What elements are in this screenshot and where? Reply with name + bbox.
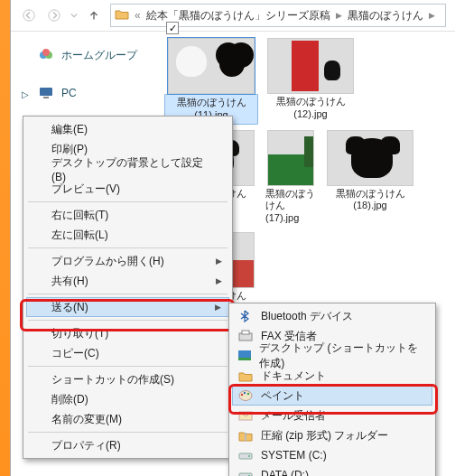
context-menu-item[interactable]: コピー(C) <box>26 343 229 363</box>
submenu-item[interactable]: SYSTEM (C:) <box>232 445 432 465</box>
menu-separator <box>28 294 228 294</box>
submenu-arrow-icon: ▶ <box>216 257 222 266</box>
nav-pc[interactable]: ▷ PC <box>18 81 170 105</box>
submenu-arrow-icon: ▶ <box>216 276 222 285</box>
up-button[interactable] <box>81 3 107 28</box>
zip-icon <box>237 427 254 443</box>
submenu-item[interactable]: デスクトップ (ショートカットを作成) <box>232 346 432 366</box>
file-name-label: 黒猫のぼうけん (17).jpg <box>264 186 318 227</box>
tree-toggle-icon[interactable] <box>22 54 31 56</box>
forward-button[interactable] <box>42 3 67 28</box>
svg-rect-5 <box>40 88 52 96</box>
pc-icon <box>38 85 54 101</box>
toolbar: « 絵本「黒猫のぼうけん」シリーズ原稿 ▶ 黒猫のぼうけん ▶ <box>11 0 455 32</box>
submenu-item[interactable]: Bluetooth デバイス <box>232 306 432 326</box>
folder-icon <box>115 8 129 23</box>
svg-rect-8 <box>242 331 249 334</box>
svg-point-14 <box>247 393 249 395</box>
address-bar[interactable]: « 絵本「黒猫のぼうけん」シリーズ原稿 ▶ 黒猫のぼうけん ▶ <box>110 4 446 27</box>
menu-separator <box>28 366 228 367</box>
context-menu-item[interactable]: 切り取り(T) <box>26 323 229 343</box>
submenu-item-label: デスクトップ (ショートカットを作成) <box>259 341 425 371</box>
submenu-item-label: ドキュメント <box>261 369 326 384</box>
context-menu-item[interactable]: 編集(E) <box>26 119 229 139</box>
chevron-down-icon <box>70 12 78 19</box>
chevron-right-icon: ▶ <box>429 11 435 20</box>
desk-icon <box>237 348 252 364</box>
recent-dropdown[interactable] <box>67 3 81 28</box>
menu-separator <box>28 201 228 202</box>
bt-icon <box>237 308 254 324</box>
menu-separator <box>28 320 228 321</box>
thumbnail-image <box>327 130 413 186</box>
context-menu-item[interactable]: 右に回転(T) <box>26 205 229 225</box>
thumbnail-image <box>267 38 354 94</box>
menu-separator <box>28 247 228 248</box>
submenu-item[interactable]: メール受信者 <box>232 406 432 425</box>
context-menu-item[interactable]: 削除(D) <box>26 389 229 409</box>
file-thumbnail[interactable]: 黒猫のぼうけん (12).jpg <box>264 38 358 125</box>
fax-icon <box>237 328 254 344</box>
context-menu-item[interactable]: 左に回転(L) <box>26 225 229 245</box>
paint-icon <box>237 387 254 404</box>
chevron-right-icon: ▶ <box>336 11 342 20</box>
context-menu-item[interactable]: 送る(N)▶ <box>26 297 229 317</box>
submenu-item-label: Bluetooth デバイス <box>261 309 353 324</box>
context-menu-item[interactable]: 共有(H)▶ <box>26 271 229 291</box>
nav-label: ホームグループ <box>61 48 137 63</box>
submenu-item-label: DATA (D:) <box>261 469 309 476</box>
breadcrumb-2[interactable]: 黒猫のぼうけん <box>348 8 423 23</box>
menu-separator <box>28 432 228 433</box>
svg-point-1 <box>49 10 60 21</box>
arrow-up-icon <box>88 9 100 22</box>
drive-icon <box>237 447 254 463</box>
file-thumbnail[interactable]: 黒猫のぼうけん (17).jpg <box>264 130 318 227</box>
homegroup-icon <box>38 47 54 63</box>
svg-rect-6 <box>43 97 49 98</box>
checkbox-icon[interactable]: ✓ <box>166 22 179 34</box>
context-menu-item[interactable]: ショートカットの作成(S) <box>26 369 229 389</box>
nav-homegroup[interactable]: ホームグループ <box>18 43 170 67</box>
submenu-item[interactable]: DATA (D:) <box>232 465 432 476</box>
doc-icon <box>237 368 254 384</box>
svg-rect-10 <box>238 358 251 360</box>
arrow-right-icon <box>48 9 60 22</box>
file-name-label: 黒猫のぼうけん (18).jpg <box>323 186 417 215</box>
context-menu-item[interactable]: プレビュー(V) <box>26 179 229 199</box>
submenu-item-label: メール受信者 <box>261 408 326 424</box>
drive-icon <box>237 467 254 476</box>
svg-point-11 <box>239 391 252 401</box>
file-thumbnail[interactable]: ✓黒猫のぼうけん (11).jpg <box>164 38 258 125</box>
tree-toggle-icon[interactable]: ▷ <box>22 88 31 99</box>
context-menu-item[interactable]: 名前の変更(M) <box>26 409 229 429</box>
submenu-item[interactable]: 圧縮 (zip 形式) フォルダー <box>232 425 432 445</box>
breadcrumb-1[interactable]: 絵本「黒猫のぼうけん」シリーズ原稿 <box>146 8 330 23</box>
context-menu: 編集(E)印刷(P)デスクトップの背景として設定(B)プレビュー(V)右に回転(… <box>23 116 233 459</box>
svg-point-4 <box>42 49 50 56</box>
svg-point-0 <box>23 10 34 21</box>
svg-point-12 <box>241 394 243 396</box>
mail-icon <box>237 407 254 424</box>
thumbnail-image <box>168 38 255 94</box>
svg-point-13 <box>244 392 246 394</box>
thumbnail-image <box>267 130 314 186</box>
file-name-label: 黒猫のぼうけん (12).jpg <box>264 94 358 123</box>
arrow-left-icon <box>23 9 35 22</box>
context-menu-item[interactable]: プログラムから開く(H)▶ <box>26 251 229 271</box>
back-button[interactable] <box>16 3 42 28</box>
send-to-submenu: Bluetooth デバイスFAX 受信者デスクトップ (ショートカットを作成)… <box>228 303 436 476</box>
submenu-item-label: 圧縮 (zip 形式) フォルダー <box>261 428 388 443</box>
explorer-window: « 絵本「黒猫のぼうけん」シリーズ原稿 ▶ 黒猫のぼうけん ▶ ホームグループ … <box>10 0 455 476</box>
submenu-item[interactable]: ペイント <box>232 386 432 406</box>
svg-rect-16 <box>245 433 246 441</box>
submenu-item-label: SYSTEM (C:) <box>261 449 327 462</box>
submenu-item-label: ペイント <box>261 388 304 404</box>
nav-label: PC <box>61 87 77 99</box>
svg-point-18 <box>248 455 250 457</box>
submenu-arrow-icon: ▶ <box>215 303 221 312</box>
file-thumbnail[interactable]: 黒猫のぼうけん (18).jpg <box>323 130 417 227</box>
context-menu-item[interactable]: デスクトップの背景として設定(B) <box>26 159 229 179</box>
context-menu-item[interactable]: プロパティ(R) <box>26 435 229 455</box>
